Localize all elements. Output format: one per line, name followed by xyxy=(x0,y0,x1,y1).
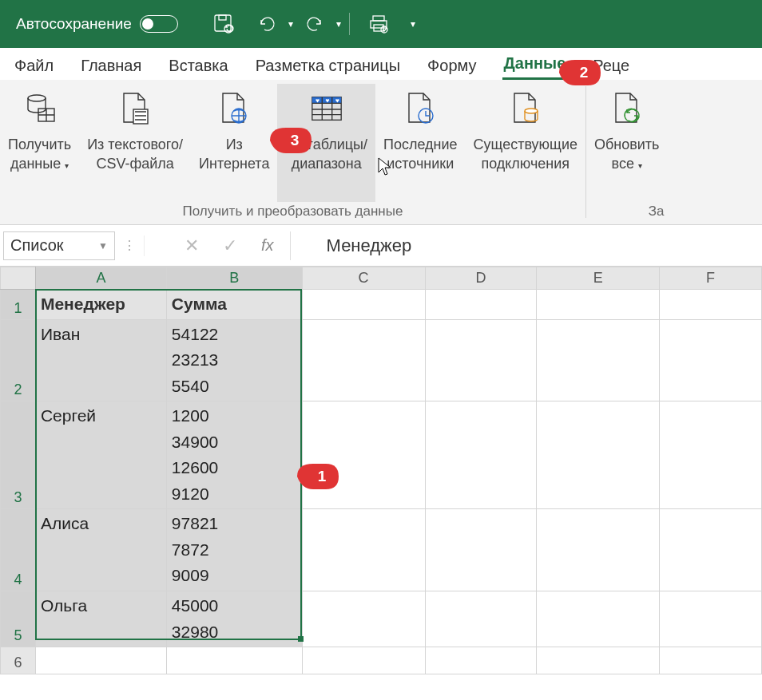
cell[interactable]: Сергей xyxy=(35,401,166,509)
recent-sources-icon xyxy=(403,89,438,129)
ribbon-refresh-all-label: Обновить все ▾ xyxy=(594,135,660,174)
col-header-A[interactable]: A xyxy=(35,267,166,290)
cell[interactable]: 45000 32980 xyxy=(166,591,302,647)
cell[interactable]: Иван xyxy=(35,319,166,401)
ribbon-get-data[interactable]: Получить данные ▾ xyxy=(0,84,79,202)
tab-insert[interactable]: Вставка xyxy=(167,52,229,80)
tab-home[interactable]: Главная xyxy=(79,52,143,80)
ribbon-existing-conn[interactable]: Существующие подключения xyxy=(466,84,585,202)
cell[interactable] xyxy=(660,290,762,320)
row-header[interactable]: 6 xyxy=(1,647,36,674)
cell[interactable] xyxy=(425,647,537,674)
cell[interactable]: Менеджер xyxy=(35,290,166,320)
from-web-icon xyxy=(216,89,252,129)
from-table-icon xyxy=(309,89,344,129)
ribbon-recent-sources[interactable]: Последние источники xyxy=(375,84,466,202)
col-header-B[interactable]: B xyxy=(166,267,302,290)
tab-page-layout[interactable]: Разметка страницы xyxy=(254,52,402,80)
cell[interactable]: Ольга xyxy=(35,591,166,647)
cell[interactable] xyxy=(302,591,425,647)
cell[interactable] xyxy=(537,290,660,320)
cell[interactable] xyxy=(425,509,537,591)
cell[interactable] xyxy=(302,290,425,320)
svg-point-14 xyxy=(525,109,538,113)
row-header[interactable]: 2 xyxy=(1,319,36,401)
col-header-E[interactable]: E xyxy=(537,267,660,290)
qat-customize[interactable]: ▾ xyxy=(411,18,415,30)
mouse-cursor xyxy=(377,156,393,180)
undo-dropdown[interactable]: ▾ xyxy=(288,18,293,30)
cell[interactable] xyxy=(660,647,762,674)
cell[interactable] xyxy=(537,319,660,401)
name-box-arrow[interactable]: ▼ xyxy=(98,240,108,251)
annotation-marker-2: 2 xyxy=(559,57,604,89)
redo-dropdown[interactable]: ▾ xyxy=(336,18,341,30)
cell[interactable] xyxy=(425,591,537,647)
formula-input[interactable] xyxy=(303,230,762,262)
row-header[interactable]: 3 xyxy=(1,401,36,509)
refresh-all-icon xyxy=(609,89,645,129)
svg-rect-3 xyxy=(373,16,384,21)
from-csv-icon xyxy=(117,89,153,129)
cell[interactable] xyxy=(302,319,425,401)
ribbon-existing-conn-label: Существующие подключения xyxy=(474,135,577,174)
fx-icon[interactable]: fx xyxy=(261,236,274,255)
ribbon-group-label-transform: Получить и преобразовать данные xyxy=(183,204,403,224)
cell[interactable] xyxy=(537,401,660,509)
tab-file[interactable]: Файл xyxy=(13,52,55,80)
cell[interactable] xyxy=(166,647,302,674)
col-header-D[interactable]: D xyxy=(425,267,537,290)
cell[interactable]: 1200 34900 12600 9120 xyxy=(166,401,302,509)
ribbon-group-queries: Обновить все ▾ За xyxy=(586,80,668,224)
cell[interactable] xyxy=(537,591,660,647)
cell[interactable] xyxy=(660,509,762,591)
save-icon[interactable] xyxy=(212,12,236,36)
cell[interactable]: 54122 23213 5540 xyxy=(166,319,302,401)
ribbon-group-label-queries-frag: За xyxy=(586,204,668,224)
ribbon: Получить данные ▾ Из текстового/ CSV-фай… xyxy=(0,80,762,225)
cell[interactable] xyxy=(302,509,425,591)
annotation-marker-1: 1 xyxy=(297,461,342,492)
cell[interactable] xyxy=(302,647,425,674)
ribbon-refresh-all[interactable]: Обновить все ▾ xyxy=(586,84,668,202)
cell[interactable] xyxy=(425,401,537,509)
titlebar: Автосохранение ▾ ▾ ▾ xyxy=(0,0,762,48)
cell[interactable] xyxy=(537,509,660,591)
cell[interactable] xyxy=(302,401,425,509)
col-header-C[interactable]: C xyxy=(302,267,425,290)
cell[interactable] xyxy=(537,647,660,674)
autosave-label: Автосохранение xyxy=(16,15,132,33)
cell[interactable]: Алиса xyxy=(35,509,166,591)
existing-conn-icon xyxy=(508,89,543,129)
annotation-marker-3: 3 xyxy=(270,125,315,156)
cell[interactable] xyxy=(660,319,762,401)
cell[interactable] xyxy=(425,319,537,401)
select-all-corner[interactable] xyxy=(1,267,36,290)
cell[interactable] xyxy=(660,591,762,647)
tab-formulas[interactable]: Форму xyxy=(426,52,478,80)
formula-bar-row: Список ▼ ⋮ ✕ ✓ fx xyxy=(0,225,762,267)
cell[interactable]: Сумма xyxy=(166,290,302,320)
row-header[interactable]: 4 xyxy=(1,509,36,591)
ribbon-from-web[interactable]: Из Интернета xyxy=(191,84,277,202)
col-header-F[interactable]: F xyxy=(660,267,762,290)
grid-wrap: A B C D E F 1 Менеджер Сумма 2 Иван 5412… xyxy=(0,267,762,674)
tab-data[interactable]: Данные xyxy=(502,49,568,80)
ribbon-from-csv[interactable]: Из текстового/ CSV-файла xyxy=(79,84,191,202)
cell[interactable] xyxy=(660,401,762,509)
ribbon-tabs: Файл Главная Вставка Разметка страницы Ф… xyxy=(0,48,762,80)
cell[interactable]: 97821 7872 9009 xyxy=(166,509,302,591)
undo-icon[interactable] xyxy=(255,12,279,36)
redo-icon[interactable] xyxy=(303,12,327,36)
spreadsheet-grid[interactable]: A B C D E F 1 Менеджер Сумма 2 Иван 5412… xyxy=(0,267,762,674)
ribbon-recent-sources-label: Последние источники xyxy=(383,135,458,174)
name-box[interactable]: Список ▼ xyxy=(3,231,115,260)
cancel-icon[interactable]: ✕ xyxy=(185,235,199,256)
cell[interactable] xyxy=(35,647,166,674)
row-header[interactable]: 5 xyxy=(1,591,36,647)
print-icon[interactable] xyxy=(367,12,391,36)
autosave-toggle[interactable] xyxy=(140,15,178,33)
cell[interactable] xyxy=(425,290,537,320)
enter-icon[interactable]: ✓ xyxy=(223,235,237,256)
row-header[interactable]: 1 xyxy=(1,290,36,320)
